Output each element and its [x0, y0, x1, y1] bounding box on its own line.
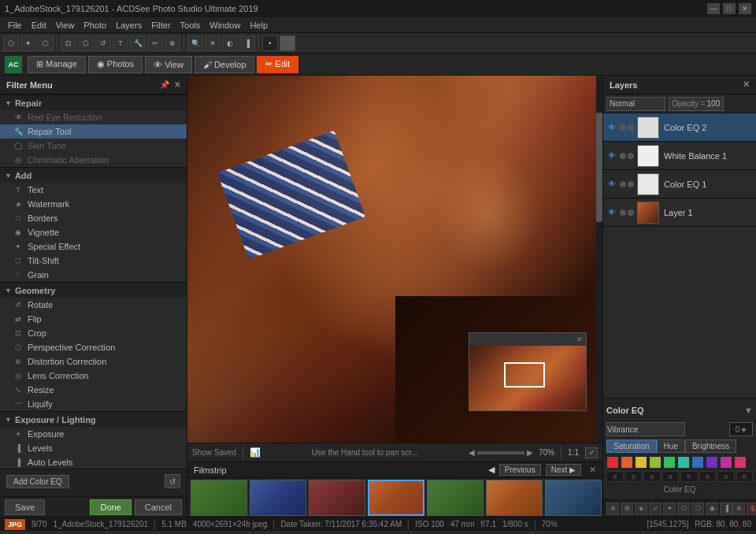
histogram-icon[interactable]: 📊 — [250, 447, 261, 458]
lt-icon-7[interactable]: ⬡ — [691, 502, 704, 515]
filter-close-icon[interactable]: ✕ — [174, 80, 180, 89]
tool-icon-12[interactable]: ◐ — [222, 35, 238, 51]
lt-icon-2[interactable]: ⊞ — [621, 502, 633, 515]
lt-icon-4[interactable]: ⤢ — [649, 502, 662, 515]
tab-manage[interactable]: ⊞ Manage — [28, 56, 86, 73]
save-button[interactable]: Save — [5, 499, 45, 515]
layer-vis-1[interactable]: 👁 — [606, 122, 617, 133]
vibrance-select[interactable]: Vibrance Hue/Saturation — [606, 422, 685, 436]
tool-icon-1[interactable]: ⬡ — [3, 35, 19, 51]
menu-window[interactable]: Window — [205, 17, 245, 33]
zoom-plus-button[interactable]: ▶ — [527, 448, 533, 457]
layer-dot-3b[interactable] — [628, 181, 634, 187]
tool-icon-8[interactable]: 🔧 — [130, 35, 146, 51]
layer-color-eq-2[interactable]: 👁 Color EQ 2 — [603, 113, 756, 142]
tab-photos[interactable]: ◉ Photos — [88, 56, 143, 73]
layer-vis-4[interactable]: 👁 — [606, 207, 617, 218]
section-geometry[interactable]: ▼ Geometry — [0, 282, 187, 298]
navigator-close-icon[interactable]: ✕ — [576, 336, 583, 343]
menu-file[interactable]: File — [3, 17, 27, 33]
filter-grain[interactable]: ⁙ Grain — [0, 268, 187, 282]
thumb-6[interactable] — [486, 480, 543, 516]
layer-dot-1a[interactable] — [620, 124, 626, 131]
layer-dot-1b[interactable] — [628, 124, 634, 131]
canvas-container[interactable]: ✕ — [187, 76, 602, 443]
layer-white-balance[interactable]: 👁 White Balance 1 — [603, 142, 756, 170]
vibrance-number[interactable]: 0 — [736, 425, 740, 434]
swatch-orange[interactable] — [621, 456, 633, 469]
filter-liquify[interactable]: 〰 Liquify — [0, 397, 187, 411]
menu-tools[interactable]: Tools — [176, 17, 206, 33]
filter-crop[interactable]: ⊡ Crop — [0, 326, 187, 340]
opacity-value[interactable]: 100 — [707, 99, 721, 108]
tool-icon-13[interactable]: ▐ — [239, 35, 255, 51]
eq-tab-saturation[interactable]: Saturation — [606, 439, 657, 453]
menu-view[interactable]: View — [51, 17, 80, 33]
cancel-button[interactable]: Cancel — [135, 499, 182, 515]
zoom-minus-button[interactable]: ◀ — [469, 448, 475, 457]
canvas-scrollbar[interactable] — [596, 76, 602, 443]
tool-icon-3[interactable]: ⬡ — [38, 35, 54, 51]
tool-color-bg[interactable] — [280, 35, 295, 51]
swatch-yellow-green[interactable] — [649, 456, 662, 469]
filter-watermark[interactable]: ◈ Watermark — [0, 197, 187, 211]
swatch-pink[interactable] — [734, 456, 747, 469]
minimize-button[interactable]: — — [707, 3, 720, 14]
lt-delete-icon[interactable]: 🗑 — [747, 502, 756, 515]
show-saved-label[interactable]: Show Saved — [192, 448, 236, 457]
blend-mode-select[interactable]: Normal Multiply Screen — [606, 97, 665, 111]
filter-perspective[interactable]: ⬠ Perspective Correction — [0, 340, 187, 354]
tool-icon-10[interactable]: ⊗ — [165, 35, 180, 51]
filter-exposure[interactable]: ☀ Exposure — [0, 427, 187, 441]
thumb-3[interactable] — [309, 480, 365, 516]
maximize-button[interactable]: □ — [723, 3, 736, 14]
lt-icon-9[interactable]: ▐ — [720, 502, 732, 515]
filter-red-eye[interactable]: 👁 Red Eye Reduction — [0, 110, 187, 124]
filter-skin-tune[interactable]: ◯ Skin Tune — [0, 139, 187, 153]
tool-icon-11[interactable]: ☀ — [205, 35, 220, 51]
filter-borders[interactable]: □ Borders — [0, 211, 187, 225]
close-button[interactable]: ✕ — [739, 3, 751, 14]
ratio-label[interactable]: 1:1 — [568, 448, 579, 457]
filter-distortion[interactable]: ⊗ Distortion Correction — [0, 354, 187, 369]
color-eq-collapse-icon[interactable]: ▼ — [744, 406, 753, 415]
menu-help[interactable]: Help — [245, 17, 272, 33]
tab-develop[interactable]: 🖌 Develop — [195, 56, 254, 73]
filter-special-effect[interactable]: ✦ Special Effect — [0, 239, 187, 254]
eq-tab-hue[interactable]: Hue — [657, 439, 685, 453]
swatch-purple[interactable] — [706, 456, 718, 469]
tool-icon-6[interactable]: ↺ — [95, 35, 111, 51]
filter-repair-tool[interactable]: 🔧 Repair Tool — [0, 124, 187, 139]
filmstrip-close-button[interactable]: ✕ — [589, 465, 596, 475]
lt-icon-3[interactable]: ◈ — [635, 502, 647, 515]
eq-tab-brightness[interactable]: Brightness — [685, 439, 736, 453]
filter-lens[interactable]: ◎ Lens Correction — [0, 369, 187, 383]
layer-dot-2b[interactable] — [628, 153, 634, 159]
swatch-yellow[interactable] — [635, 456, 647, 469]
layer-vis-3[interactable]: 👁 — [606, 179, 617, 190]
thumb-5[interactable] — [427, 480, 484, 516]
filter-text[interactable]: T Text — [0, 183, 187, 197]
layer-layer1[interactable]: 👁 Layer 1 — [603, 198, 756, 227]
tool-zoom-in[interactable]: 🔍 — [187, 35, 203, 51]
filter-auto-levels[interactable]: ▐ Auto Levels — [0, 455, 187, 469]
layers-close-icon[interactable]: ✕ — [743, 80, 750, 90]
tab-edit[interactable]: ✏ Edit — [257, 56, 298, 73]
swatch-blue[interactable] — [691, 456, 704, 469]
menu-photo[interactable]: Photo — [79, 17, 111, 33]
filter-resize[interactable]: ⤡ Resize — [0, 383, 187, 397]
add-color-eq-button[interactable]: Add Color EQ — [6, 475, 69, 488]
filter-levels[interactable]: ▐ Levels — [0, 441, 187, 455]
section-repair[interactable]: ▼ Repair — [0, 95, 187, 110]
menu-layers[interactable]: Layers — [111, 17, 146, 33]
layer-dot-2a[interactable] — [620, 153, 626, 159]
tool-color-fg[interactable]: ▪ — [262, 35, 278, 51]
lt-icon-1[interactable]: ⊕ — [606, 502, 619, 515]
layer-dot-4a[interactable] — [620, 210, 626, 216]
lt-icon-5[interactable]: ✦ — [663, 502, 676, 515]
filter-chromatic[interactable]: ◎ Chromatic Aberration — [0, 153, 187, 167]
section-add[interactable]: ▼ Add — [0, 167, 187, 183]
lt-icon-8[interactable]: ◉ — [706, 502, 718, 515]
filmstrip-prev-icon[interactable]: ◀ — [488, 465, 495, 475]
layer-vis-2[interactable]: 👁 — [606, 150, 617, 161]
